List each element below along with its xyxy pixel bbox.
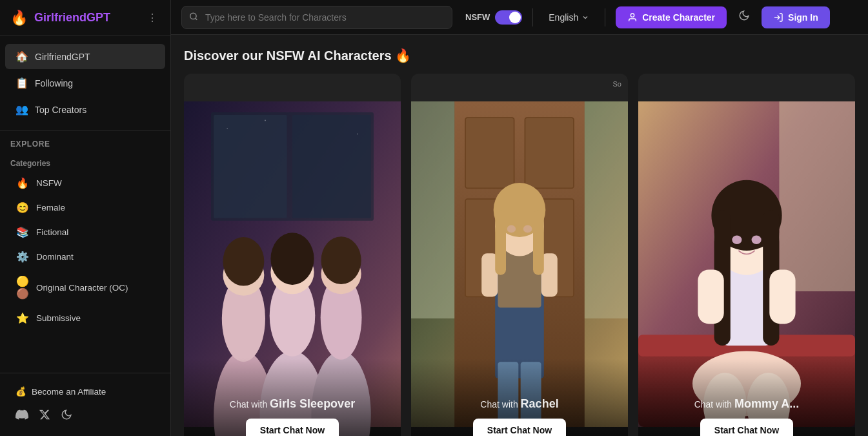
sidebar-item-nsfw[interactable]: 🔥 NSFW [5, 171, 165, 195]
start-chat-button-2[interactable]: Start Chat Now [473, 419, 566, 436]
card-overlay-2: Chat with Rachel Start Chat Now [411, 358, 628, 436]
language-button[interactable]: English [543, 8, 594, 26]
svg-rect-24 [465, 118, 514, 188]
sidebar-item-oc[interactable]: 🟡🟤 Original Character (OC) [5, 269, 165, 306]
create-character-button[interactable]: Create Character [616, 6, 727, 28]
topbar: NSFW English Create Character [171, 0, 868, 35]
svg-rect-25 [525, 118, 574, 188]
svg-rect-54 [769, 269, 795, 324]
card-overlay-1: Chat with Girls Sleepover Start Chat Now [184, 358, 401, 436]
card-mommy[interactable]: Chat with Mommy A... Start Chat Now [638, 74, 855, 436]
card-overlay-3: Chat with Mommy A... Start Chat Now [638, 358, 855, 436]
main-content: NSFW English Create Character [171, 0, 868, 436]
female-icon: 😊 [15, 202, 30, 214]
social-icons [5, 403, 165, 430]
svg-rect-27 [411, 101, 454, 318]
toggle-knob [509, 12, 521, 23]
search-input[interactable] [181, 6, 452, 29]
sidebar-item-female[interactable]: 😊 Female [5, 196, 165, 220]
svg-rect-36 [533, 210, 544, 275]
explore-label: Explore [0, 130, 170, 152]
sidebar-item-following[interactable]: 📋 Following [5, 70, 165, 96]
sidebar-item-female-label: Female [36, 203, 65, 213]
dark-mode-toggle[interactable] [61, 409, 72, 424]
svg-point-21 [321, 236, 361, 284]
sidebar-footer: 💰 Become an Affiliate [0, 373, 170, 436]
svg-rect-5 [214, 115, 287, 218]
svg-point-9 [357, 134, 358, 135]
sidebar-item-oc-label: Original Character (OC) [36, 283, 128, 293]
sidebar: 🔥 GirlfriendGPT ⋮ 🏠 GirlfriendGPT 📋 Foll… [0, 0, 171, 436]
sidebar-header: 🔥 GirlfriendGPT ⋮ [0, 0, 170, 36]
svg-point-37 [507, 225, 516, 233]
nsfw-icon: 🔥 [15, 177, 30, 189]
oc-icon: 🟡🟤 [15, 275, 30, 300]
topbar-separator [532, 8, 533, 26]
svg-point-7 [227, 128, 228, 129]
svg-point-51 [732, 235, 742, 244]
sign-in-label: Sign In [788, 12, 818, 23]
sidebar-item-submissive-label: Submissive [36, 313, 81, 323]
dark-mode-button[interactable] [734, 6, 754, 28]
svg-point-20 [270, 233, 314, 285]
svg-point-19 [223, 237, 264, 286]
card-chat-prefix-3: Chat with [694, 399, 732, 410]
affiliate-label: Become an Affiliate [32, 387, 106, 397]
start-chat-button-1[interactable]: Start Chat Now [246, 419, 339, 436]
sidebar-item-submissive[interactable]: ⭐ Submissive [5, 306, 165, 330]
sidebar-item-top-creators[interactable]: 👥 Top Creators [5, 97, 165, 122]
language-label: English [549, 12, 578, 23]
nsfw-toggle[interactable]: NSFW [465, 10, 522, 25]
svg-point-0 [190, 13, 196, 19]
start-chat-button-3[interactable]: Start Chat Now [700, 419, 793, 436]
logo-text: GirlfriendGPT [34, 11, 110, 25]
svg-rect-28 [585, 101, 628, 318]
explore-section: Explore Categories 🔥 NSFW 😊 Female 📚 Fic… [0, 130, 170, 331]
svg-point-8 [265, 120, 266, 121]
submissive-icon: ⭐ [15, 312, 30, 324]
sidebar-item-fictional[interactable]: 📚 Fictional [5, 220, 165, 244]
search-icon [189, 12, 198, 23]
card-char-name-1: Girls Sleepover [270, 397, 355, 410]
sign-in-button[interactable]: Sign In [762, 6, 830, 28]
svg-point-52 [752, 235, 762, 244]
sidebar-item-dominant[interactable]: ⚙️ Dominant [5, 245, 165, 269]
card-watermark-2: So [613, 80, 621, 88]
topbar-separator-2 [605, 8, 605, 26]
card-chat-prefix-1: Chat with [230, 399, 267, 410]
sidebar-item-fictional-label: Fictional [36, 227, 68, 237]
sidebar-item-home[interactable]: 🏠 GirlfriendGPT [5, 44, 165, 69]
svg-rect-42 [779, 101, 855, 291]
fictional-icon: 📚 [15, 226, 30, 238]
card-rachel[interactable]: So Chat with Rachel Start Chat Now [411, 74, 628, 436]
home-icon: 🏠 [15, 50, 28, 63]
cards-row: Chat with Girls Sleepover Start Chat Now [184, 74, 855, 436]
svg-rect-6 [292, 115, 371, 218]
following-icon: 📋 [15, 77, 28, 89]
card-girls-sleepover[interactable]: Chat with Girls Sleepover Start Chat Now [184, 74, 401, 436]
card-char-name-3: Mommy A... [734, 397, 799, 410]
top-creators-icon: 👥 [15, 103, 28, 116]
sidebar-item-dominant-label: Dominant [36, 252, 74, 262]
card-label-1: Chat with Girls Sleepover [230, 397, 355, 411]
svg-rect-53 [698, 269, 723, 324]
nsfw-switch[interactable] [495, 10, 522, 25]
categories-label: Categories [0, 152, 170, 171]
twitter-icon[interactable] [39, 409, 50, 424]
discord-icon[interactable] [15, 408, 28, 424]
nsfw-label: NSFW [465, 12, 490, 22]
sidebar-item-following-label: Following [35, 78, 73, 88]
logo-icon: 🔥 [10, 10, 28, 26]
svg-rect-35 [495, 210, 506, 275]
search-container [181, 6, 452, 29]
create-character-label: Create Character [642, 12, 715, 23]
card-label-3: Chat with Mommy A... [694, 397, 800, 411]
card-char-name-2: Rachel [521, 397, 559, 410]
sidebar-collapse-button[interactable]: ⋮ [145, 9, 160, 26]
svg-point-1 [631, 14, 634, 17]
affiliate-icon: 💰 [15, 386, 26, 397]
svg-point-38 [523, 225, 532, 233]
affiliate-link[interactable]: 💰 Become an Affiliate [5, 380, 165, 403]
dominant-icon: ⚙️ [15, 251, 30, 263]
content-area: Discover our NSFW AI Characters 🔥 [171, 35, 868, 436]
